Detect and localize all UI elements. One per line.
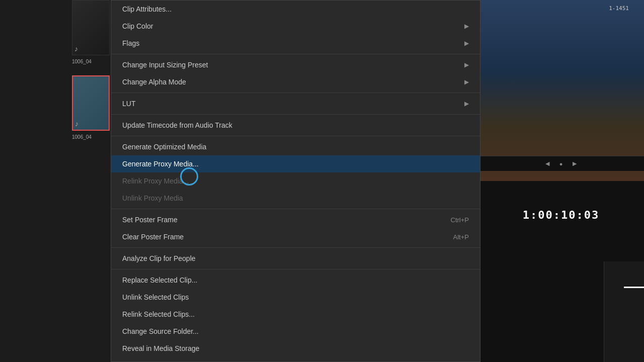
menu-item-clear-poster-frame[interactable]: Clear Poster FrameAlt+P [111,228,480,245]
menu-item-generate-optimized[interactable]: Generate Optimized Media [111,138,480,155]
left-panel: ♪ 1006_04 ♪ 1006_04 [0,0,111,362]
menu-item-change-source-folder[interactable]: Change Source Folder... [111,323,480,340]
menu-item-change-alpha-mode[interactable]: Change Alpha Mode▶ [111,73,480,90]
playhead-line [624,287,644,288]
menu-item-label-clear-poster-frame: Clear Poster Frame [122,233,184,241]
menu-item-arrow-flags: ▶ [464,40,469,47]
menu-item-label-unlink-proxy: Unlink Proxy Media [122,194,183,202]
scene-background: 1-1451 [478,0,644,181]
menu-item-label-relink-proxy: Relink Proxy Media... [122,177,189,185]
menu-divider-after-update-timecode [111,136,480,136]
menu-item-label-clip-attributes: Clip Attributes... [122,5,172,13]
menu-item-label-change-source-folder: Change Source Folder... [122,327,199,335]
menu-item-label-lut: LUT [122,100,135,108]
menu-item-label-change-alpha-mode: Change Alpha Mode [122,78,186,86]
clip-thumbnail-2[interactable]: ♪ [72,75,110,131]
menu-item-arrow-change-alpha-mode: ▶ [464,78,469,85]
menu-item-label-analyze-clip: Analyze Clip for People [122,254,196,262]
menu-item-shortcut-set-poster-frame: Ctrl+P [451,216,469,224]
menu-divider-after-clear-poster-frame [111,247,480,248]
menu-item-arrow-lut: ▶ [464,100,469,107]
clip-label-2: 1006_04 [72,134,92,140]
menu-divider-after-analyze-clip [111,269,480,269]
timecode-display: 1:00:10:03 [478,209,644,221]
right-panel: 1-1451 ◀ ● ▶ 1:00:10:03 [478,0,644,362]
menu-item-arrow-change-input-sizing: ▶ [464,61,469,68]
menu-item-label-generate-optimized: Generate Optimized Media [122,143,206,151]
menu-item-label-replace-selected-clip: Replace Selected Clip... [122,276,197,284]
video-preview: 1-1451 [478,0,644,181]
context-menu: Clip Attributes...Clip Color▶Flags▶Chang… [111,0,480,362]
menu-item-unlink-proxy: Unlink Proxy Media [111,190,480,207]
menu-item-label-update-timecode: Update Timecode from Audio Track [122,121,232,129]
menu-item-label-set-poster-frame: Set Poster Frame [122,216,178,224]
menu-item-label-relink-selected-clips: Relink Selected Clips... [122,310,195,318]
clip-thumbnail-1[interactable]: ♪ [72,0,110,55]
timecode-value: 1:00:10:03 [523,209,599,221]
menu-item-change-input-sizing[interactable]: Change Input Sizing Preset▶ [111,56,480,73]
menu-item-relink-proxy: Relink Proxy Media... [111,172,480,190]
menu-item-update-timecode[interactable]: Update Timecode from Audio Track [111,117,480,134]
timecode-bar: ◀ ● ▶ [478,156,644,171]
menu-item-generate-proxy[interactable]: Generate Proxy Media... [111,155,480,172]
menu-item-relink-selected-clips[interactable]: Relink Selected Clips... [111,306,480,323]
menu-divider-after-change-alpha-mode [111,93,480,93]
timeline-ruler [604,261,644,362]
menu-item-clip-color[interactable]: Clip Color▶ [111,18,480,35]
menu-item-replace-selected-clip[interactable]: Replace Selected Clip... [111,272,480,289]
next-frame-btn[interactable]: ▶ [573,160,577,167]
menu-item-set-poster-frame[interactable]: Set Poster FrameCtrl+P [111,211,480,228]
menu-item-label-flags: Flags [122,39,139,47]
menu-item-clip-attributes[interactable]: Clip Attributes... [111,1,480,18]
menu-item-label-clip-color: Clip Color [122,22,153,30]
menu-item-reveal-in-media-storage[interactable]: Reveal in Media Storage [111,340,480,357]
menu-item-lut[interactable]: LUT▶ [111,95,480,112]
center-dot: ● [559,161,563,167]
music-icon-1: ♪ [72,43,80,55]
menu-divider-after-lut [111,114,480,115]
scene-label: 1-1451 [609,5,629,12]
music-icon-2: ♪ [73,118,80,130]
menu-divider-after-flags [111,54,480,54]
menu-item-label-reveal-in-media-storage: Reveal in Media Storage [122,344,199,352]
clip-label-1: 1006_04 [72,59,92,64]
menu-item-flags[interactable]: Flags▶ [111,35,480,52]
menu-divider-after-unlink-proxy [111,209,480,209]
menu-item-label-generate-proxy: Generate Proxy Media... [122,160,199,168]
menu-item-arrow-clip-color: ▶ [464,23,469,30]
menu-item-analyze-clip[interactable]: Analyze Clip for People [111,250,480,267]
menu-item-shortcut-clear-poster-frame: Alt+P [453,233,469,241]
menu-item-label-unlink-selected-clips: Unlink Selected Clips [122,293,189,301]
menu-item-label-change-input-sizing: Change Input Sizing Preset [122,61,208,69]
menu-item-unlink-selected-clips[interactable]: Unlink Selected Clips [111,289,480,306]
prev-frame-btn[interactable]: ◀ [545,160,549,167]
